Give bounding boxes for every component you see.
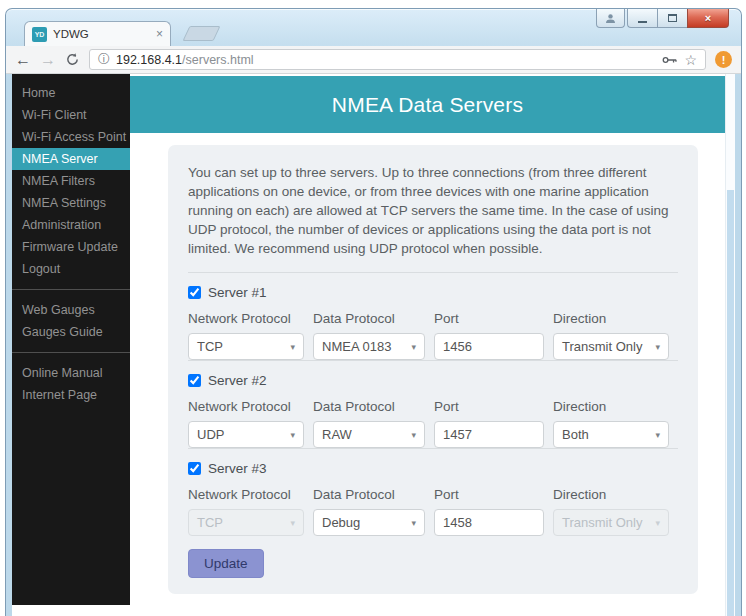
server-3-label: Server #3 <box>208 461 267 476</box>
maximize-icon <box>668 14 677 22</box>
data-protocol-label: Data Protocol <box>313 487 425 502</box>
server-1-enabled-checkbox[interactable] <box>188 286 201 299</box>
update-button[interactable]: Update <box>188 549 264 578</box>
select-value: Both <box>562 427 589 442</box>
browser-window: YD YDWG × × ← → ⓘ 192.168.4.1/servers.ht… <box>5 8 742 616</box>
sidebar-item-logout[interactable]: Logout <box>12 258 130 280</box>
server-1-label: Server #1 <box>208 285 267 300</box>
chevron-down-icon: ▾ <box>411 342 416 352</box>
divider <box>188 448 678 449</box>
server-2-port-input[interactable] <box>434 421 544 448</box>
info-icon[interactable]: ⓘ <box>98 51 110 68</box>
chevron-down-icon: ▾ <box>411 518 416 528</box>
server-1-port-input[interactable] <box>434 333 544 360</box>
sidebar-item-administration[interactable]: Administration <box>12 214 130 236</box>
minimize-icon <box>638 20 647 23</box>
intro-text: You can set up to three servers. Up to t… <box>188 163 678 258</box>
server-3-network-protocol-select: TCP ▾ <box>188 509 304 536</box>
select-value: TCP <box>197 515 223 530</box>
port-label: Port <box>434 311 544 326</box>
select-value: NMEA 0183 <box>322 339 391 354</box>
tab-close-icon[interactable]: × <box>156 28 163 40</box>
person-icon <box>605 13 616 24</box>
page-title: NMEA Data Servers <box>130 76 725 133</box>
browser-menu-alert-icon[interactable]: ! <box>715 51 732 68</box>
network-protocol-label: Network Protocol <box>188 399 304 414</box>
chevron-down-icon: ▾ <box>290 342 295 352</box>
sidebar-item-gauges-guide[interactable]: Gauges Guide <box>12 321 130 343</box>
minimize-button[interactable] <box>627 9 657 28</box>
chevron-down-icon: ▾ <box>290 518 295 528</box>
browser-toolbar: ← → ⓘ 192.168.4.1/servers.html ☆ ! <box>6 46 741 74</box>
port-label: Port <box>434 487 544 502</box>
server-2-direction-select[interactable]: Both ▾ <box>553 421 669 448</box>
server-3-port-input[interactable] <box>434 509 544 536</box>
sidebar-item-nmea-settings[interactable]: NMEA Settings <box>12 192 130 214</box>
servers-card: You can set up to three servers. Up to t… <box>168 145 698 594</box>
data-protocol-label: Data Protocol <box>313 399 425 414</box>
window-controls: × <box>627 9 729 28</box>
new-tab-button[interactable] <box>183 26 221 41</box>
sidebar-item-nmea-filters[interactable]: NMEA Filters <box>12 170 130 192</box>
favicon: YD <box>32 27 47 42</box>
sidebar-item-wifi-access-point[interactable]: Wi-Fi Access Point <box>12 126 130 148</box>
server-2-section: Server #2 Network Protocol UDP ▾ Data Pr… <box>188 373 678 448</box>
reload-icon[interactable] <box>65 52 80 67</box>
sidebar: Home Wi-Fi Client Wi-Fi Access Point NME… <box>12 74 130 605</box>
server-3-data-protocol-select[interactable]: Debug ▾ <box>313 509 425 536</box>
server-3-direction-select: Transmit Only ▾ <box>553 509 669 536</box>
sidebar-item-firmware-update[interactable]: Firmware Update <box>12 236 130 258</box>
direction-label: Direction <box>553 487 669 502</box>
sidebar-divider <box>12 289 130 290</box>
back-button[interactable]: ← <box>15 52 31 68</box>
server-1-direction-select[interactable]: Transmit Only ▾ <box>553 333 669 360</box>
chevron-down-icon: ▾ <box>655 518 660 528</box>
url-host: 192.168.4.1 <box>116 53 182 67</box>
url-text: 192.168.4.1/servers.html <box>116 53 254 67</box>
port-label: Port <box>434 399 544 414</box>
close-icon: × <box>705 12 711 24</box>
sidebar-item-home[interactable]: Home <box>12 82 130 104</box>
browser-tab[interactable]: YD YDWG × <box>24 21 171 46</box>
network-protocol-label: Network Protocol <box>188 487 304 502</box>
sidebar-item-internet-page[interactable]: Internet Page <box>12 384 130 406</box>
sidebar-divider <box>12 352 130 353</box>
server-1-section: Server #1 Network Protocol TCP ▾ Data Pr… <box>188 285 678 360</box>
maximize-button[interactable] <box>657 9 687 28</box>
select-value: UDP <box>197 427 224 442</box>
data-protocol-label: Data Protocol <box>313 311 425 326</box>
forward-button[interactable]: → <box>40 52 56 68</box>
page-scrollbar[interactable] <box>725 74 735 616</box>
tab-title: YDWG <box>53 28 150 40</box>
server-3-enabled-checkbox[interactable] <box>188 462 201 475</box>
select-value: Debug <box>322 515 360 530</box>
select-value: Transmit Only <box>562 515 642 530</box>
divider <box>188 272 678 273</box>
address-bar[interactable]: ⓘ 192.168.4.1/servers.html ☆ <box>89 49 706 70</box>
direction-label: Direction <box>553 399 669 414</box>
server-3-section: Server #3 Network Protocol TCP ▾ Data Pr… <box>188 461 678 536</box>
bookmark-star-icon[interactable]: ☆ <box>684 53 697 67</box>
network-protocol-label: Network Protocol <box>188 311 304 326</box>
sidebar-item-nmea-server[interactable]: NMEA Server <box>12 148 130 170</box>
sidebar-item-web-gauges[interactable]: Web Gauges <box>12 299 130 321</box>
url-path: /servers.html <box>182 53 254 67</box>
select-value: Transmit Only <box>562 339 642 354</box>
close-button[interactable]: × <box>687 9 729 28</box>
profile-button[interactable] <box>596 9 625 28</box>
server-2-enabled-checkbox[interactable] <box>188 374 201 387</box>
divider <box>188 360 678 361</box>
select-value: RAW <box>322 427 352 442</box>
server-1-data-protocol-select[interactable]: NMEA 0183 ▾ <box>313 333 425 360</box>
server-2-network-protocol-select[interactable]: UDP ▾ <box>188 421 304 448</box>
chevron-down-icon: ▾ <box>655 430 660 440</box>
sidebar-item-online-manual[interactable]: Online Manual <box>12 362 130 384</box>
scrollbar-thumb[interactable] <box>727 190 734 616</box>
server-1-network-protocol-select[interactable]: TCP ▾ <box>188 333 304 360</box>
server-2-data-protocol-select[interactable]: RAW ▾ <box>313 421 425 448</box>
key-icon[interactable] <box>662 55 678 65</box>
chevron-down-icon: ▾ <box>411 430 416 440</box>
server-2-label: Server #2 <box>208 373 267 388</box>
direction-label: Direction <box>553 311 669 326</box>
sidebar-item-wifi-client[interactable]: Wi-Fi Client <box>12 104 130 126</box>
